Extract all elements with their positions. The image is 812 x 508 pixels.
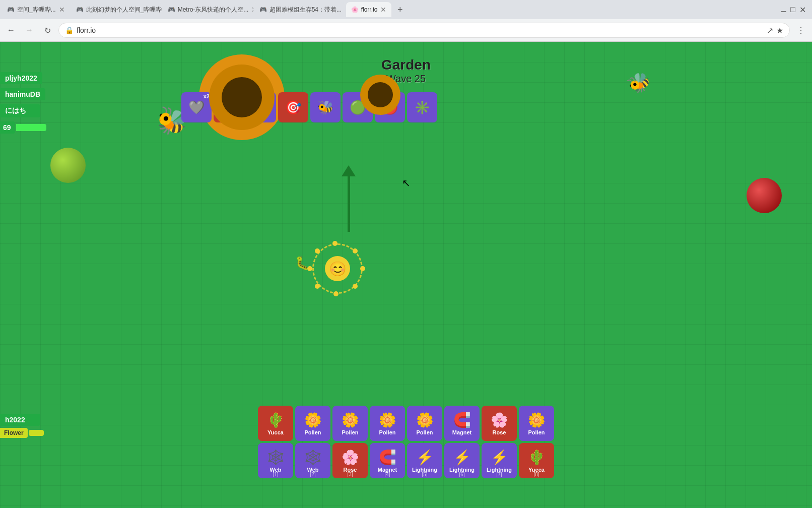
top-slot-5[interactable]: 🐝 <box>310 92 341 122</box>
bottom-slot-rose[interactable]: 🌸 Rose <box>482 406 517 441</box>
tab-5[interactable]: 🌸 florr.io ✕ <box>346 2 392 17</box>
bottom-slot-pollen-2[interactable]: 🌼 Pollen <box>332 406 368 441</box>
small-flower-center <box>368 82 393 107</box>
bottom-slot-lightning-2[interactable]: ⚡ Lightning [6] <box>444 443 480 478</box>
forward-button[interactable]: → <box>22 23 36 37</box>
bottom-bars: 🌵 Yucca 🌼 Pollen 🌼 Pollen 🌼 Pollen 🌼 Pol… <box>258 406 554 478</box>
lb-item-2: hanimuDB <box>0 88 46 100</box>
rose-2-index: [3] <box>347 472 353 477</box>
lightning-1-icon: ⚡ <box>416 449 434 466</box>
pollen-5-label: Pollen <box>528 429 545 435</box>
address-bar-row: ← → ↻ 🔒 florr.io ↗ ★ ⋮ <box>0 19 812 41</box>
yucca-2-index: [8] <box>533 472 539 477</box>
tab-1-favicon: 🎮 <box>7 6 14 13</box>
bottom-slot-pollen-4[interactable]: 🌼 Pollen <box>407 406 442 441</box>
green-ball <box>50 148 86 183</box>
top-slot-4[interactable]: 🎯 <box>278 92 308 122</box>
slot-8-icon: ✳️ <box>414 100 430 115</box>
bottom-slot-rose-2[interactable]: 🌸 Rose [3] <box>332 443 368 478</box>
cursor-indicator: ↖ <box>402 177 411 189</box>
bottom-row-1: 🌵 Yucca 🌼 Pollen 🌼 Pollen 🌼 Pollen 🌼 Pol… <box>258 406 554 441</box>
lb-name-1: pljyh2022 <box>0 72 42 84</box>
rose-2-icon: 🌸 <box>342 449 359 466</box>
web-2-index: [2] <box>310 472 315 477</box>
pollen-2-label: Pollen <box>342 429 358 435</box>
top-slot-1[interactable]: x2 🩶 <box>181 92 212 122</box>
orbit-dot-6 <box>315 284 320 289</box>
back-button[interactable]: ← <box>4 23 18 37</box>
tab-1[interactable]: 🎮 空间_哔哩哔... ✕ <box>2 2 70 17</box>
lb-name-3: にはち <box>0 104 40 117</box>
lb-item-4: 69 <box>0 121 46 134</box>
lightning-1-index: [5] <box>422 472 427 477</box>
bottom-slot-web-2[interactable]: 🕸️ Web [2] <box>295 443 330 478</box>
tab-1-label: 空间_哔哩哔... <box>17 6 56 14</box>
pollen-3-icon: 🌼 <box>379 412 396 428</box>
tab-3-close[interactable]: ✕ <box>251 6 253 14</box>
lightning-2-index: [6] <box>459 472 464 477</box>
share-icon[interactable]: ↗ <box>767 26 773 35</box>
tab-4-favicon: 🎮 <box>259 6 266 13</box>
magnet-label: Magnet <box>452 429 472 435</box>
lb-name-bottom: h2022 <box>0 414 40 426</box>
tab-1-close[interactable]: ✕ <box>59 6 65 14</box>
lb-name-2: hanimuDB <box>0 88 45 100</box>
pollen-4-label: Pollen <box>416 429 433 435</box>
bottom-lb: h2022 Flower <box>0 414 44 438</box>
tab-5-close[interactable]: ✕ <box>380 6 386 14</box>
lightning-3-icon: ⚡ <box>491 449 508 466</box>
tab-2[interactable]: 🎮 此刻幻梦的个人空间_哔哩哔... ✕ <box>71 2 162 17</box>
tab-4-close[interactable]: ✕ <box>345 6 345 14</box>
orbit-dot-2 <box>353 248 358 253</box>
tab-bar: 🎮 空间_哔哩哔... ✕ 🎮 此刻幻梦的个人空间_哔哩哔... ✕ 🎮 Met… <box>0 0 812 19</box>
web-1-index: [1] <box>273 472 278 477</box>
flower-center <box>222 77 262 117</box>
bottom-row-2: 🕸️ Web [1] 🕸️ Web [2] 🌸 Rose [3] 🧲 Magne… <box>258 443 554 478</box>
orbit-dot-4 <box>353 284 358 289</box>
bottom-slot-yucca[interactable]: 🌵 Yucca <box>258 406 293 441</box>
lightning-3-index: [7] <box>496 472 502 477</box>
top-slot-8[interactable]: ✳️ <box>407 92 437 122</box>
magnet-icon: 🧲 <box>453 412 471 428</box>
bookmark-icon[interactable]: ★ <box>776 26 783 35</box>
bottom-slot-magnet-2[interactable]: 🧲 Magnet [4] <box>370 443 405 478</box>
lb-item-3: にはち <box>0 104 46 117</box>
pollen-4-icon: 🌼 <box>416 412 434 428</box>
tab-5-label: florr.io <box>361 6 378 13</box>
player-face: 😊 <box>325 256 350 281</box>
snake-decoration: 🐛 <box>294 255 311 272</box>
tab-2-favicon: 🎮 <box>76 6 83 13</box>
lb-flower-label: Flower <box>0 428 28 438</box>
tab-5-favicon: 🌸 <box>351 6 358 13</box>
bottom-slot-magnet[interactable]: 🧲 Magnet <box>444 406 480 441</box>
new-tab-button[interactable]: + <box>392 2 408 17</box>
bottom-slot-pollen-5[interactable]: 🌼 Pollen <box>519 406 554 441</box>
red-ball <box>747 178 782 213</box>
yucca-icon: 🌵 <box>267 412 285 428</box>
lb-item-1: pljyh2022 <box>0 72 46 84</box>
bottom-slot-pollen-3[interactable]: 🌼 Pollen <box>370 406 405 441</box>
web-1-icon: 🕸️ <box>267 449 285 466</box>
close-window-icon[interactable]: ✕ <box>799 5 806 15</box>
pollen-3-label: Pollen <box>379 429 395 435</box>
tab-4[interactable]: 🎮 超困难模组生存54：带着... ✕ <box>254 2 345 17</box>
maximize-icon[interactable]: □ <box>790 5 795 14</box>
reload-button[interactable]: ↻ <box>40 23 54 37</box>
bottom-slot-pollen-1[interactable]: 🌼 Pollen <box>295 406 330 441</box>
address-bar[interactable]: 🔒 florr.io ↗ ★ <box>58 23 790 38</box>
bottom-slot-lightning-3[interactable]: ⚡ Lightning [7] <box>482 443 517 478</box>
tab-3-label: Metro-东风快递的个人空... <box>178 6 249 14</box>
game-area: pljyh2022 hanimuDB にはち 69 h2022 Flower <box>0 42 812 508</box>
bee-top-right: 🐝 <box>625 68 655 98</box>
lightning-2-icon: ⚡ <box>453 449 471 466</box>
bottom-slot-yucca-2[interactable]: 🌵 Yucca [8] <box>519 443 554 478</box>
minimize-icon[interactable]: ⎽ <box>781 5 786 14</box>
lb-flower-bar <box>29 430 44 436</box>
rose-icon: 🌸 <box>491 412 508 428</box>
extensions-icon[interactable]: ⋮ <box>794 23 808 37</box>
bottom-slot-web-1[interactable]: 🕸️ Web [1] <box>258 443 293 478</box>
lock-icon: 🔒 <box>65 26 74 34</box>
arrow-head <box>342 165 356 176</box>
bottom-slot-lightning-1[interactable]: ⚡ Lightning [5] <box>407 443 442 478</box>
tab-3[interactable]: 🎮 Metro-东风快递的个人空... ✕ <box>163 2 253 17</box>
